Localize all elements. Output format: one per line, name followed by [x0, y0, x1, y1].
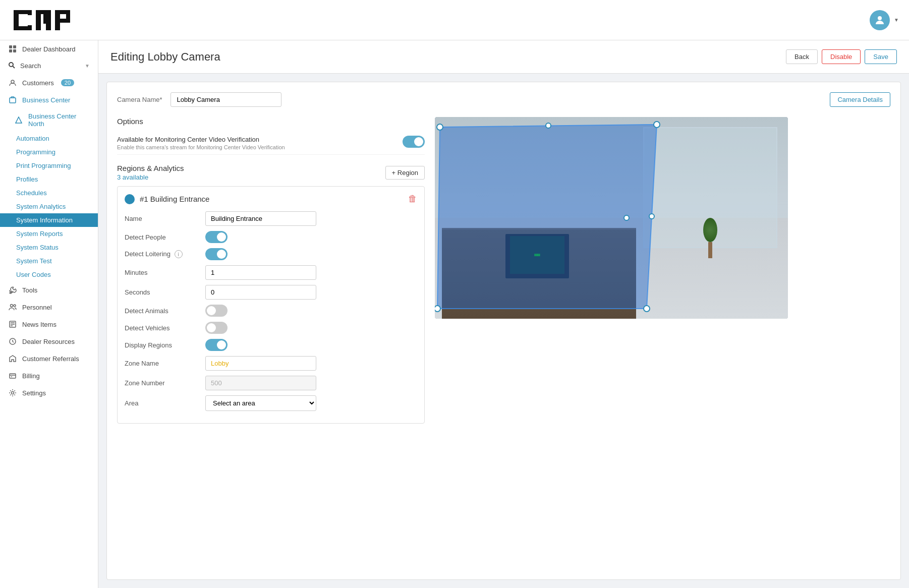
zone-name-label: Zone Name: [125, 360, 205, 367]
loitering-info-icon[interactable]: i: [175, 250, 183, 258]
delete-region-button[interactable]: 🗑: [408, 194, 417, 204]
region-card-header: #1 Building Entrance 🗑: [125, 194, 417, 204]
camera-feed: ████: [435, 117, 788, 319]
camera-name-left: Camera Name*: [117, 92, 281, 107]
svg-point-33: [12, 392, 14, 394]
user-dropdown-arrow[interactable]: ▼: [894, 17, 899, 23]
sidebar-subitem-system-status[interactable]: System Status: [0, 241, 98, 254]
zone-number-row: Zone Number: [125, 376, 417, 390]
sidebar-item-business-center[interactable]: Business Center: [0, 91, 98, 108]
sidebar-item-business-center-north[interactable]: Business Center North: [0, 108, 98, 132]
sidebar-submenu: Automation Programming Print Programming…: [0, 132, 98, 281]
seconds-row: Seconds: [125, 285, 417, 300]
camera-name-input[interactable]: [171, 92, 281, 107]
svg-point-40: [649, 214, 654, 219]
svg-rect-30: [10, 374, 16, 378]
minutes-row: Minutes: [125, 265, 417, 280]
customer-referrals-icon: [8, 354, 17, 363]
app-header: ▼: [0, 0, 909, 40]
monitoring-toggle[interactable]: [403, 136, 425, 148]
region-indicator: #1 Building Entrance: [125, 194, 209, 204]
add-region-button[interactable]: + Region: [385, 166, 425, 180]
svg-rect-15: [13, 45, 16, 48]
sidebar-subitem-system-analytics[interactable]: System Analytics: [0, 200, 98, 213]
svg-rect-2: [14, 26, 29, 30]
sidebar-dealer-dashboard-label: Dealer Dashboard: [22, 45, 76, 53]
sidebar-search-label: Search: [20, 62, 41, 70]
svg-point-36: [654, 122, 660, 128]
sidebar-subitem-system-information[interactable]: System Information: [0, 213, 98, 227]
sidebar-item-settings[interactable]: Settings: [0, 384, 98, 401]
plant-leaves: [703, 218, 717, 242]
right-panel: ████: [435, 117, 890, 424]
svg-rect-4: [28, 25, 32, 30]
regions-section-title: Regions & Analytics 3 available: [117, 164, 184, 181]
sidebar-business-center-label: Business Center: [22, 96, 70, 104]
sidebar-subitem-user-codes[interactable]: User Codes: [0, 268, 98, 281]
back-button[interactable]: Back: [786, 49, 818, 64]
left-panel: Options Available for Monitoring Center …: [117, 117, 425, 424]
sidebar-item-tools[interactable]: Tools: [0, 281, 98, 299]
minutes-input[interactable]: [205, 265, 316, 280]
detect-animals-toggle[interactable]: [205, 305, 228, 317]
sidebar-subitem-system-reports[interactable]: System Reports: [0, 227, 98, 241]
detect-loitering-label: Detect Loitering i: [125, 250, 205, 259]
region-number-label: #1 Building Entrance: [140, 195, 209, 203]
sidebar-customers-label: Customers: [22, 79, 54, 87]
sidebar-item-billing[interactable]: Billing: [0, 367, 98, 384]
settings-icon: [8, 388, 17, 397]
dashboard-icon: [8, 44, 17, 53]
sidebar-item-dealer-dashboard[interactable]: Dealer Dashboard: [0, 40, 98, 57]
detect-vehicles-toggle[interactable]: [205, 322, 228, 334]
seconds-label: Seconds: [125, 288, 205, 296]
sidebar-business-center-north-label: Business Center North: [28, 112, 90, 128]
seconds-input[interactable]: [205, 285, 316, 300]
zone-name-input[interactable]: [205, 356, 316, 371]
personnel-icon: [8, 303, 17, 312]
region-overlay: [435, 117, 788, 319]
sidebar-subitem-profiles[interactable]: Profiles: [0, 172, 98, 186]
svg-rect-1: [14, 10, 29, 14]
svg-point-23: [11, 305, 13, 307]
svg-point-37: [644, 306, 650, 312]
sidebar-item-customer-referrals[interactable]: Customer Referrals: [0, 350, 98, 367]
sidebar-subitem-system-test[interactable]: System Test: [0, 254, 98, 268]
region-name-input[interactable]: [205, 211, 316, 226]
svg-point-38: [435, 306, 440, 312]
monitoring-option-row: Available for Monitoring Center Video Ve…: [117, 132, 425, 155]
svg-point-20: [11, 80, 14, 83]
monitoring-toggle-slider: [403, 136, 425, 148]
detect-vehicles-label: Detect Vehicles: [125, 324, 205, 332]
sidebar-subitem-programming[interactable]: Programming: [0, 145, 98, 159]
sidebar-item-customers[interactable]: Customers 20: [0, 74, 98, 91]
save-button[interactable]: Save: [865, 49, 897, 64]
header-actions: Back Disable Save: [786, 49, 897, 64]
detect-loitering-toggle[interactable]: [205, 248, 228, 260]
detect-people-slider: [205, 231, 228, 243]
sidebar-item-dealer-resources[interactable]: Dealer Resources: [0, 333, 98, 350]
sidebar-item-news-items[interactable]: News Items: [0, 316, 98, 333]
detect-people-toggle[interactable]: [205, 231, 228, 243]
svg-rect-16: [9, 49, 12, 52]
sidebar-subitem-automation[interactable]: Automation: [0, 132, 98, 145]
sidebar-tools-label: Tools: [22, 286, 37, 294]
page-header: Editing Lobby Camera Back Disable Save: [98, 40, 909, 74]
regions-available: 3 available: [117, 173, 184, 181]
page-title: Editing Lobby Camera: [110, 50, 220, 64]
options-section-title: Options: [117, 117, 425, 126]
customers-badge: 20: [61, 79, 74, 86]
display-regions-toggle[interactable]: [205, 339, 228, 351]
sidebar-subitem-schedules[interactable]: Schedules: [0, 186, 98, 200]
camera-image-container: ████: [435, 117, 788, 319]
business-center-north-icon: [14, 115, 23, 125]
region-card: #1 Building Entrance 🗑 Name Detect Peopl…: [117, 186, 425, 424]
sidebar-item-personnel[interactable]: Personnel: [0, 299, 98, 316]
sidebar-subitem-print-programming[interactable]: Print Programming: [0, 159, 98, 172]
sidebar-search[interactable]: Search ▼: [0, 57, 98, 74]
disable-button[interactable]: Disable: [822, 49, 861, 64]
camera-name-row: Camera Name* Camera Details: [117, 92, 890, 107]
detect-animals-row: Detect Animals: [125, 305, 417, 317]
user-avatar[interactable]: [870, 10, 890, 30]
area-select[interactable]: Select an area: [205, 395, 316, 411]
camera-details-button[interactable]: Camera Details: [830, 92, 890, 107]
